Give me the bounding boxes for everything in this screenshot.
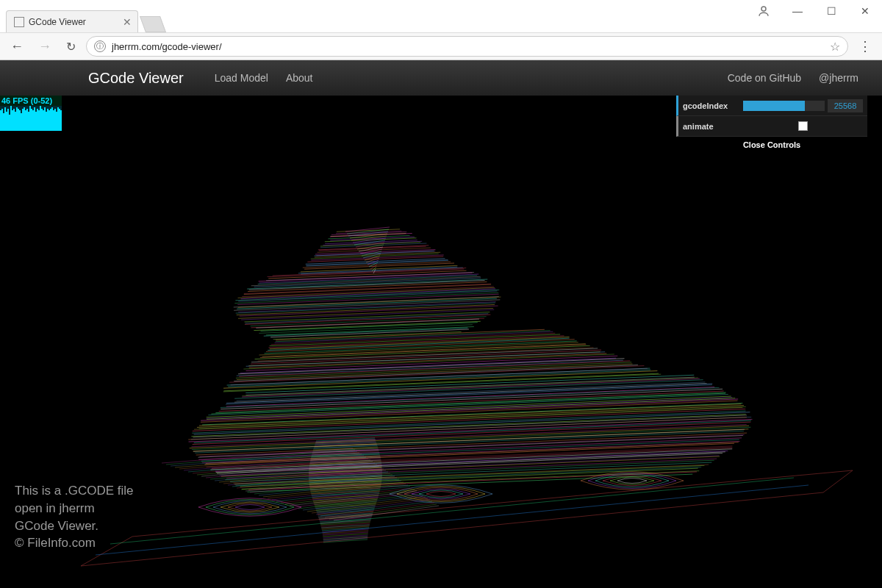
svg-line-115 (234, 380, 703, 398)
svg-line-191 (363, 254, 381, 258)
app-root: GCode Viewer Load Model About Code on Gi… (0, 60, 882, 588)
nav-twitter[interactable]: @jherrm (819, 72, 858, 84)
bookmark-star-icon[interactable]: ☆ (830, 40, 840, 54)
gcodeindex-slider[interactable] (743, 101, 825, 111)
svg-line-297 (321, 523, 370, 526)
nav-code-on-github[interactable]: Code on GitHub (728, 72, 801, 84)
svg-line-194 (368, 260, 379, 265)
animate-checkbox-wrap (743, 121, 863, 131)
svg-line-20 (311, 254, 439, 259)
svg-line-122 (220, 389, 723, 409)
gui-label-animate: animate (683, 122, 743, 131)
browser-tab[interactable]: GCode Viewer ✕ (6, 10, 138, 32)
svg-line-62 (245, 312, 490, 322)
svg-line-107 (228, 370, 650, 387)
address-bar[interactable]: ⓘ jherrm.com/gcode-viewer/ ☆ (86, 36, 848, 57)
svg-line-307 (323, 538, 368, 541)
window-minimize-button[interactable]: — (781, 0, 814, 22)
svg-line-133 (199, 404, 741, 426)
svg-line-179 (345, 227, 390, 232)
nav-about[interactable]: About (286, 72, 313, 84)
overlay-caption: This is a .GCODE file open in jherrm GCo… (15, 482, 134, 552)
gui-close-button[interactable]: Close Controls (676, 137, 867, 153)
gui-label-gcodeindex: gcodeIndex (683, 101, 743, 110)
caption-line: © FileInfo.com (15, 534, 134, 552)
slider-fill (743, 101, 805, 111)
svg-line-296 (320, 522, 370, 525)
fps-graph (0, 106, 62, 131)
svg-line-167 (220, 456, 720, 476)
tab-title: GCode Viewer (29, 17, 86, 27)
app-brand: GCode Viewer (88, 70, 184, 87)
svg-line-276 (312, 492, 379, 495)
svg-line-112 (245, 377, 694, 395)
svg-line-52 (234, 297, 499, 307)
forward-button[interactable]: → (34, 36, 56, 57)
svg-line-126 (208, 394, 728, 415)
svg-line-305 (323, 535, 368, 538)
caption-line: GCode Viewer. (15, 517, 134, 535)
svg-line-71 (266, 326, 474, 334)
svg-line-264 (309, 475, 382, 478)
fps-counter: 46 FPS (0-52) (0, 96, 62, 131)
svg-line-113 (242, 378, 698, 396)
svg-line-27 (304, 263, 454, 269)
window-maximize-button[interactable]: ☐ (814, 0, 848, 22)
fps-label: 46 FPS (0-52) (0, 96, 62, 106)
svg-line-295 (320, 520, 371, 523)
svg-line-56 (238, 302, 496, 312)
chrome-user-icon[interactable] (747, 4, 781, 18)
svg-line-114 (242, 379, 700, 397)
svg-line-193 (366, 258, 379, 262)
svg-line-245 (313, 447, 378, 450)
browser-toolbar: ← → ↻ ⓘ jherrm.com/gcode-viewer/ ☆ ⋮ (0, 32, 882, 60)
svg-line-189 (360, 249, 382, 254)
svg-line-106 (227, 368, 650, 385)
svg-line-304 (323, 534, 368, 537)
svg-line-40 (247, 279, 487, 289)
site-info-icon[interactable]: ⓘ (94, 40, 106, 52)
new-tab-button[interactable] (140, 16, 166, 32)
svg-line-151 (193, 429, 745, 451)
window-controls: — ☐ ✕ (747, 0, 882, 22)
caption-line: This is a .GCODE file (15, 482, 134, 500)
svg-line-123 (219, 391, 724, 411)
svg-line-290 (318, 513, 373, 516)
svg-line-51 (237, 294, 498, 304)
tab-close-icon[interactable]: ✕ (123, 16, 132, 28)
svg-line-148 (190, 426, 749, 448)
animate-checkbox[interactable] (798, 121, 808, 131)
svg-line-69 (260, 323, 477, 331)
page-icon (14, 17, 24, 27)
svg-line-77 (275, 331, 553, 343)
svg-line-87 (260, 345, 587, 358)
svg-line-13 (318, 245, 429, 250)
svg-line-278 (312, 495, 379, 498)
svg-line-5 (330, 234, 412, 237)
chrome-menu-icon[interactable]: ⋮ (854, 38, 876, 54)
back-button[interactable]: ← (6, 36, 28, 57)
svg-line-273 (310, 488, 380, 491)
caption-line: open in jherrm (15, 500, 134, 517)
svg-line-76 (276, 331, 551, 342)
svg-line-66 (251, 318, 484, 328)
svg-line-101 (236, 362, 631, 379)
gui-row-gcodeindex: gcodeIndex 25568 (676, 96, 867, 116)
svg-line-301 (322, 529, 368, 532)
nav-load-model[interactable]: Load Model (215, 72, 268, 84)
svg-line-303 (323, 532, 368, 535)
gcodeindex-value[interactable]: 25568 (828, 99, 863, 112)
svg-line-43 (244, 284, 491, 293)
svg-line-55 (234, 300, 500, 310)
svg-line-235 (320, 501, 432, 516)
svg-line-63 (245, 314, 488, 323)
window-close-button[interactable]: ✕ (848, 0, 882, 22)
svg-line-111 (245, 375, 694, 392)
reload-button[interactable]: ↻ (62, 37, 80, 57)
svg-line-298 (321, 525, 370, 528)
svg-line-292 (319, 516, 372, 519)
svg-line-57 (236, 303, 495, 313)
url-text: jherrm.com/gcode-viewer/ (112, 41, 830, 52)
svg-line-36 (259, 274, 479, 283)
app-navbar: GCode Viewer Load Model About Code on Gi… (0, 60, 882, 96)
